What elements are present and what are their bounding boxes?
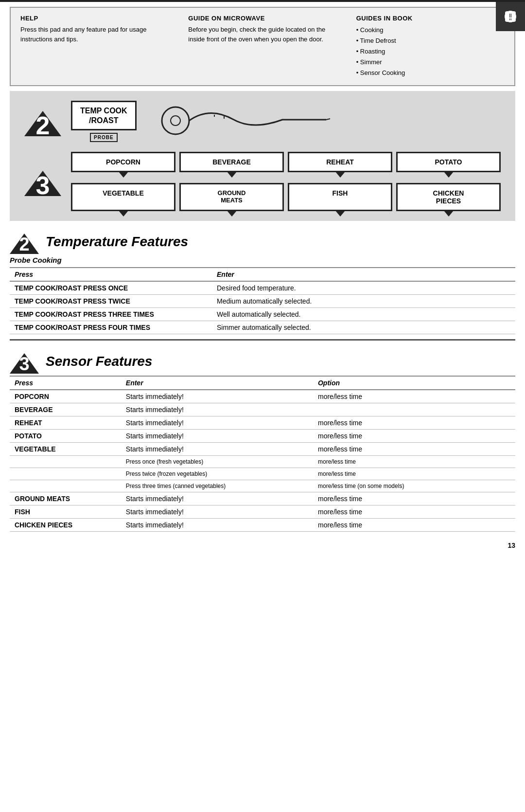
section-3-arrow: 3: [10, 349, 39, 374]
col-enter-3: Enter: [121, 376, 313, 390]
table-row: TEMP COOK/ROAST Press three times Well a…: [10, 307, 515, 321]
temp-cook-roast-button[interactable]: TEMP COOK /ROAST: [71, 101, 137, 130]
table-row: TEMP COOK/ROAST Press once Desired food …: [10, 281, 515, 295]
guides-book-title: GUIDES IN BOOK: [356, 15, 505, 22]
table-row: Press three times (canned vegetables) mo…: [10, 480, 515, 492]
temp-cook-line2: /ROAST: [80, 116, 127, 125]
popcorn-button[interactable]: POPCORN: [71, 152, 175, 172]
help-title: HELP: [20, 15, 169, 22]
probe-illustration: [146, 101, 501, 142]
panel-3-number: 3: [36, 173, 50, 198]
col-press-3: Press: [10, 376, 121, 390]
section-2-title: Temperature Features: [46, 234, 188, 250]
col-press: Press: [10, 268, 212, 281]
guide-item-cooking: Cooking: [356, 25, 505, 36]
table-row: REHEAT Starts immediately! more/less tim…: [10, 416, 515, 429]
table-row: Press twice (frozen vegetables) more/les…: [10, 468, 515, 480]
table-row: BEVERAGE Starts immediately!: [10, 403, 515, 416]
section-2-arrow: 2: [10, 230, 39, 254]
guide-microwave-title: GUIDE ON MICROWAVE: [188, 15, 336, 22]
panel-3-row: 3 POPCORN BEVERAGE REHEAT POTATO VEGETAB…: [24, 152, 501, 211]
temperature-features-table: Press Enter TEMP COOK/ROAST Press once D…: [10, 267, 515, 334]
panel-2-arrow: 2: [24, 107, 61, 136]
sensor-buttons-grid: POPCORN BEVERAGE REHEAT POTATO VEGETABLE…: [71, 152, 501, 211]
reheat-button[interactable]: REHEAT: [288, 152, 392, 172]
page-num-label: 13: [508, 541, 515, 549]
chicken-pieces-button[interactable]: CHICKENPIECES: [396, 183, 501, 211]
table-row: TEMP COOK/ROAST Press four times Simmer …: [10, 321, 515, 334]
col-option-3: Option: [313, 376, 515, 390]
probe-cooking-label: Probe Cooking: [10, 256, 515, 264]
guide-item-simmer: Simmer: [356, 57, 505, 68]
col-enter: Enter: [212, 268, 515, 281]
beverage-button[interactable]: BEVERAGE: [179, 152, 284, 172]
section-3-title: Sensor Features: [46, 354, 152, 369]
panel-section: 2 TEMP COOK /ROAST PROBE: [10, 91, 515, 220]
sensor-btn-row-1: POPCORN BEVERAGE REHEAT POTATO: [71, 152, 501, 172]
sensor-features-table: Press Enter Option POPCORN Starts immedi…: [10, 376, 515, 532]
guide-microwave-text: Before you begin, check the guide locate…: [188, 25, 336, 44]
top-border: [0, 0, 525, 2]
panel-2-number: 2: [36, 113, 50, 138]
table-row: FISH Starts immediately! more/less time: [10, 505, 515, 518]
help-section: HELP Press this pad and any feature pad …: [20, 15, 169, 78]
table-row: POPCORN Starts immediately! more/less ti…: [10, 390, 515, 403]
temp-cook-line1: TEMP COOK: [80, 106, 127, 115]
table-row: GROUND MEATS Starts immediately! more/le…: [10, 492, 515, 505]
vegetable-button[interactable]: VEGETABLE: [71, 183, 175, 211]
guide-item-roasting: Roasting: [356, 46, 505, 57]
page-number: 13: [0, 537, 525, 554]
guide-item-time-defrost: Time Defrost: [356, 36, 505, 46]
section-3-header: 3 Sensor Features: [10, 349, 515, 374]
panel-3-arrow: 3: [24, 167, 61, 196]
svg-line-3: [326, 119, 330, 120]
section-divider: [10, 339, 515, 341]
probe-label: PROBE: [90, 133, 118, 142]
help-text: Press this pad and any feature pad for u…: [20, 25, 169, 44]
ground-meats-button[interactable]: GROUNDMEATS: [179, 183, 284, 211]
guide-item-sensor-cooking: Sensor Cooking: [356, 68, 505, 78]
sensor-btn-row-2: VEGETABLE GROUNDMEATS FISH CHICKENPIECES: [71, 183, 501, 211]
svg-point-2: [171, 116, 180, 126]
table-row: VEGETABLE Starts immediately! more/less …: [10, 442, 515, 455]
top-right-icon: [496, 2, 525, 31]
fish-button[interactable]: FISH: [288, 183, 392, 211]
guides-book-list: Cooking Time Defrost Roasting Simmer Sen…: [356, 25, 505, 78]
info-bar: HELP Press this pad and any feature pad …: [10, 7, 515, 86]
section-2-number: 2: [19, 234, 29, 255]
table-row: CHICKEN PIECES Starts immediately! more/…: [10, 518, 515, 531]
potato-button[interactable]: POTATO: [396, 152, 501, 172]
guides-book-section: GUIDES IN BOOK Cooking Time Defrost Roas…: [356, 15, 505, 78]
guide-microwave-section: GUIDE ON MICROWAVE Before you begin, che…: [188, 15, 336, 78]
table-row: POTATO Starts immediately! more/less tim…: [10, 429, 515, 442]
svg-point-1: [162, 107, 189, 134]
panel-2-row: 2 TEMP COOK /ROAST PROBE: [24, 101, 501, 142]
section-3-number: 3: [19, 354, 29, 375]
table-row: TEMP COOK/ROAST Press twice Medium autom…: [10, 294, 515, 307]
table-row: Press once (fresh vegetables) more/less …: [10, 455, 515, 468]
section-2-header: 2 Temperature Features: [10, 230, 515, 254]
